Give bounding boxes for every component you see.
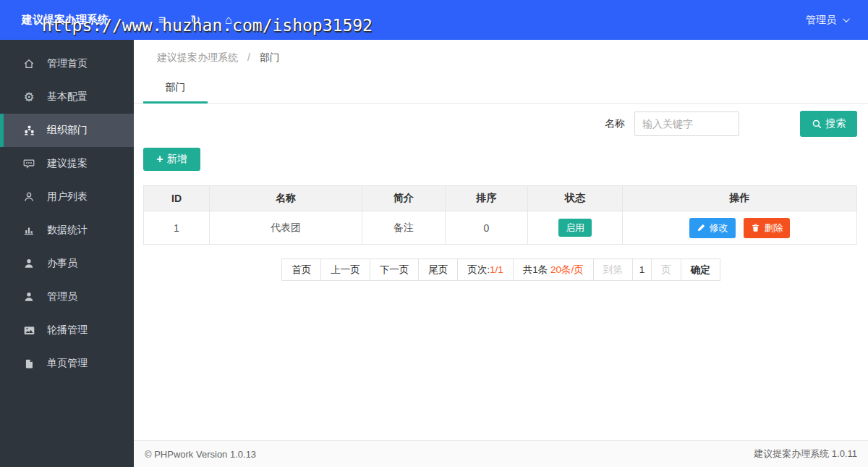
page-confirm-button[interactable]: 确定 xyxy=(681,258,720,281)
image-icon xyxy=(22,324,36,337)
table-header-row: ID 名称 简介 排序 状态 操作 xyxy=(144,186,857,211)
sidebar-item-administrator[interactable]: 管理员 xyxy=(0,280,134,314)
home-icon xyxy=(22,58,36,70)
user-dropdown[interactable]: 管理员 xyxy=(806,14,848,27)
sidebar-item-clerk[interactable]: 办事员 xyxy=(0,247,134,280)
sidebar: 管理首页 ⚙ 基本配置 组织部门 建议提案 xyxy=(0,40,134,467)
page-prev-button[interactable]: 上一页 xyxy=(320,258,370,281)
col-header-actions: 操作 xyxy=(623,186,857,211)
breadcrumb-current: 部门 xyxy=(260,51,280,63)
tab-department[interactable]: 部门 xyxy=(143,75,208,103)
page-unit-label: 页 xyxy=(651,258,681,281)
add-button-label: 新增 xyxy=(167,153,187,166)
comment-icon xyxy=(22,158,36,169)
app-title: 建议提案办理系统 xyxy=(0,13,134,27)
col-header-name: 名称 xyxy=(210,186,362,211)
cell-intro: 备注 xyxy=(362,211,446,245)
page-indicator: 页次:1/1 xyxy=(457,258,514,281)
sidebar-item-carousel[interactable]: 轮播管理 xyxy=(0,314,134,347)
sidebar-item-admin-home[interactable]: 管理首页 xyxy=(0,47,134,80)
sidebar-item-label: 用户列表 xyxy=(47,190,88,203)
topbar: 建议提案办理系统 ≡ ↻ ⌂ 管理员 xyxy=(0,0,868,40)
page-total-label: 共1条 xyxy=(523,264,548,275)
cell-status: 启用 xyxy=(528,211,623,245)
department-table-wrap: ID 名称 简介 排序 状态 操作 1 代表团 备注 0 启用 xyxy=(143,185,857,245)
search-field-label: 名称 xyxy=(605,117,625,130)
sidebar-item-single-page[interactable]: 单页管理 xyxy=(0,347,134,380)
search-button[interactable]: 搜索 xyxy=(800,111,857,137)
plus-icon: + xyxy=(156,153,163,165)
col-header-id: ID xyxy=(144,186,210,211)
footer-copyright: © PHPwork Version 1.0.13 xyxy=(145,449,256,460)
delete-button-label: 删除 xyxy=(764,222,783,235)
footer-version: 建议提案办理系统 1.0.11 xyxy=(754,447,857,460)
home-tab-icon[interactable]: ⌂ xyxy=(212,0,245,40)
status-badge[interactable]: 启用 xyxy=(558,219,592,237)
add-button[interactable]: + 新增 xyxy=(143,148,200,171)
sidebar-item-proposals[interactable]: 建议提案 xyxy=(0,147,134,180)
cell-sort: 0 xyxy=(446,211,528,245)
filter-row: 名称 搜索 xyxy=(134,104,868,137)
cell-actions: 修改 删除 xyxy=(623,211,857,245)
sidebar-item-statistics[interactable]: 数据统计 xyxy=(0,214,134,247)
page-indicator-value: 1/1 xyxy=(490,264,503,275)
user-name: 管理员 xyxy=(806,14,836,27)
col-header-status: 状态 xyxy=(528,186,623,211)
footer: © PHPwork Version 1.0.13 建议提案办理系统 1.0.11 xyxy=(134,440,868,467)
search-icon xyxy=(812,119,822,130)
table-row: 1 代表团 备注 0 启用 修改 xyxy=(144,211,857,245)
page-total: 共1条 20条/页 xyxy=(513,258,594,281)
person-icon xyxy=(22,258,36,269)
page-last-button[interactable]: 尾页 xyxy=(418,258,458,281)
page-goto-label: 到第 xyxy=(593,258,633,281)
department-table: ID 名称 简介 排序 状态 操作 1 代表团 备注 0 启用 xyxy=(143,185,857,245)
col-header-sort: 排序 xyxy=(446,186,528,211)
pencil-icon xyxy=(697,223,706,232)
sidebar-item-org-department[interactable]: 组织部门 xyxy=(0,114,134,147)
person-icon xyxy=(22,291,36,303)
sidebar-item-label: 办事员 xyxy=(47,257,77,270)
user-outline-icon xyxy=(22,191,36,203)
trash-icon xyxy=(751,223,760,232)
search-input[interactable] xyxy=(634,112,739,136)
page-first-button[interactable]: 首页 xyxy=(281,258,321,281)
edit-button[interactable]: 修改 xyxy=(689,218,736,238)
bar-chart-icon xyxy=(22,224,36,236)
sidebar-item-label: 基本配置 xyxy=(47,91,88,104)
chevron-down-icon xyxy=(843,15,850,22)
search-button-label: 搜索 xyxy=(826,117,846,130)
page-goto-input[interactable]: 1 xyxy=(632,258,652,281)
col-header-intro: 简介 xyxy=(362,186,446,211)
group-icon xyxy=(22,125,36,137)
pagination: 首页 上一页 下一页 尾页 页次:1/1 共1条 20条/页 到第 1 页 确定 xyxy=(134,258,868,281)
topbar-icon-group: ≡ ↻ ⌂ xyxy=(145,0,245,40)
tab-bar: 部门 xyxy=(134,75,868,104)
sidebar-item-label: 单页管理 xyxy=(47,357,88,370)
gear-icon: ⚙ xyxy=(22,91,36,104)
delete-button[interactable]: 删除 xyxy=(744,218,790,238)
main-content: 建议提案办理系统 / 部门 部门 名称 搜索 + 新增 xyxy=(134,40,868,440)
sidebar-item-user-list[interactable]: 用户列表 xyxy=(0,180,134,214)
sidebar-item-label: 建议提案 xyxy=(47,157,88,170)
breadcrumb-root[interactable]: 建议提案办理系统 xyxy=(157,51,238,63)
page-per-page: 20条/页 xyxy=(550,264,584,275)
breadcrumb: 建议提案办理系统 / 部门 xyxy=(134,40,868,64)
sidebar-item-label: 轮播管理 xyxy=(47,324,88,337)
page-next-button[interactable]: 下一页 xyxy=(370,258,420,281)
sidebar-item-label: 管理首页 xyxy=(47,57,88,70)
page-indicator-label: 页次: xyxy=(467,264,490,275)
cell-name: 代表团 xyxy=(210,211,362,245)
file-icon xyxy=(22,358,36,369)
edit-button-label: 修改 xyxy=(710,222,728,235)
refresh-icon[interactable]: ↻ xyxy=(179,0,212,40)
sidebar-item-label: 管理员 xyxy=(47,290,77,303)
cell-id: 1 xyxy=(144,211,210,245)
sidebar-item-basic-config[interactable]: ⚙ 基本配置 xyxy=(0,80,134,114)
menu-fold-icon[interactable]: ≡ xyxy=(145,0,179,40)
breadcrumb-separator: / xyxy=(247,51,250,63)
sidebar-item-label: 组织部门 xyxy=(47,124,88,137)
sidebar-item-label: 数据统计 xyxy=(47,224,88,237)
